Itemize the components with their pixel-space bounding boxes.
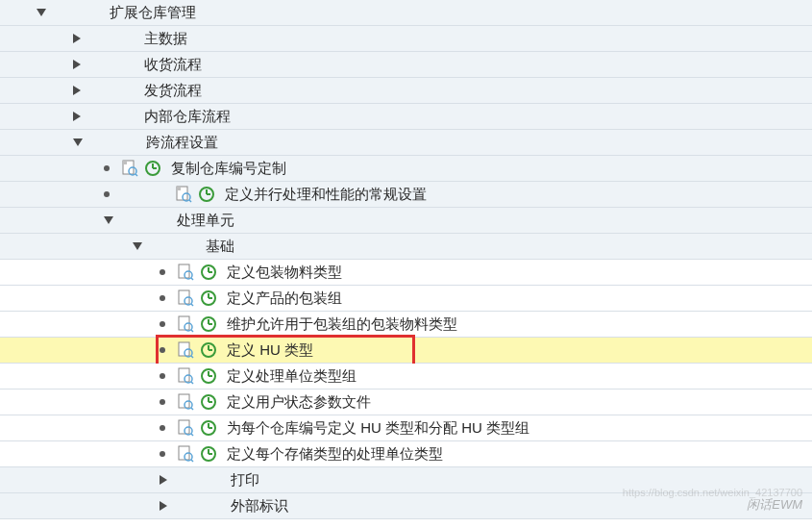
bullet-icon [160, 451, 165, 457]
document-icon[interactable] [177, 289, 194, 307]
expand-icon[interactable] [73, 138, 83, 146]
svg-line-2 [135, 174, 137, 176]
expand-icon[interactable] [133, 242, 142, 250]
tree-node-cross-process[interactable]: 跨流程设置 [0, 130, 812, 156]
activity-icon[interactable] [200, 289, 217, 307]
bullet-icon [160, 269, 165, 275]
tree-node-root[interactable]: 扩展仓库管理 [0, 0, 812, 26]
document-icon[interactable] [177, 264, 194, 281]
tree-node-print[interactable]: 打印 [0, 467, 812, 493]
node-label: 定义并行处理和性能的常规设置 [225, 186, 427, 204]
tree-leaf-def-user-status[interactable]: 定义用户状态参数文件 [0, 390, 812, 415]
node-label: 扩展仓库管理 [110, 4, 196, 22]
tree-node-basic[interactable]: 基础 [0, 234, 812, 260]
bullet-icon [104, 191, 110, 197]
document-icon[interactable] [175, 186, 192, 203]
tree-node-inbound[interactable]: 收货流程 [0, 52, 812, 78]
document-icon[interactable] [177, 419, 194, 437]
document-icon[interactable] [177, 393, 194, 411]
svg-line-56 [191, 460, 193, 462]
bullet-icon [160, 347, 165, 353]
activity-icon[interactable] [198, 186, 215, 203]
svg-line-50 [191, 434, 193, 436]
tree-leaf-def-hu-type-grp[interactable]: 定义处理单位类型组 [0, 364, 812, 390]
collapse-icon[interactable] [73, 34, 81, 43]
activity-icon[interactable] [200, 367, 217, 385]
node-label: 跨流程设置 [146, 134, 218, 152]
bullet-icon [160, 425, 165, 431]
node-label: 主数据 [144, 30, 187, 48]
document-icon[interactable] [177, 367, 194, 385]
svg-line-14 [191, 278, 193, 280]
collapse-icon[interactable] [160, 475, 167, 485]
document-icon[interactable] [177, 315, 194, 333]
document-icon[interactable] [121, 160, 138, 177]
collapse-icon[interactable] [160, 501, 167, 511]
node-label: 定义产品的包装组 [227, 289, 342, 308]
tree-container: 扩展仓库管理 主数据 收货流程 发货流程 内部仓库流程 跨流程设置 [0, 0, 812, 519]
svg-line-26 [191, 330, 193, 332]
node-label: 复制仓库编号定制 [171, 160, 286, 178]
node-label: 收货流程 [144, 56, 202, 74]
node-label: 为每个仓库编号定义 HU 类型和分配 HU 类型组 [227, 419, 529, 438]
tree-node-internal[interactable]: 内部仓库流程 [0, 104, 812, 130]
tree-leaf-per-wh-assign[interactable]: 为每个仓库编号定义 HU 类型和分配 HU 类型组 [0, 415, 812, 441]
node-label: 外部标识 [231, 497, 288, 515]
activity-icon[interactable] [144, 160, 161, 177]
collapse-icon[interactable] [73, 112, 81, 121]
activity-icon[interactable] [200, 393, 217, 411]
bullet-icon [104, 165, 110, 171]
tree-leaf-def-hu-type[interactable]: 定义 HU 类型 [0, 338, 812, 364]
node-label: 定义用户状态参数文件 [227, 393, 371, 412]
node-label: 定义处理单位类型组 [227, 367, 357, 386]
document-icon[interactable] [177, 341, 194, 359]
activity-icon[interactable] [200, 264, 217, 281]
collapse-icon[interactable] [73, 60, 81, 69]
tree-leaf-def-parallel[interactable]: 定义并行处理和性能的常规设置 [0, 182, 812, 208]
node-label: 内部仓库流程 [144, 108, 231, 126]
document-icon[interactable] [177, 445, 194, 463]
collapse-icon[interactable] [73, 86, 81, 95]
expand-icon[interactable] [104, 216, 113, 224]
node-label: 打印 [231, 471, 259, 490]
activity-icon[interactable] [200, 341, 217, 359]
tree-leaf-copy-wh[interactable]: 复制仓库编号定制 [0, 156, 812, 182]
tree-node-ext-id[interactable]: 外部标识 [0, 493, 812, 519]
svg-line-44 [191, 408, 193, 410]
activity-icon[interactable] [200, 315, 217, 333]
tree-leaf-def-storage-hu[interactable]: 定义每个存储类型的处理单位类型 [0, 441, 812, 467]
node-label: 发货流程 [144, 82, 202, 100]
tree-leaf-def-prod-pack-grp[interactable]: 定义产品的包装组 [0, 286, 812, 312]
bullet-icon [160, 373, 165, 379]
tree-leaf-def-pack-mat-type[interactable]: 定义包装物料类型 [0, 260, 812, 286]
node-label: 定义每个存储类型的处理单位类型 [227, 445, 443, 464]
tree-node-outbound[interactable]: 发货流程 [0, 78, 812, 104]
node-label: 定义包装物料类型 [227, 264, 342, 282]
tree-node-master-data[interactable]: 主数据 [0, 26, 812, 52]
node-label: 处理单元 [177, 212, 234, 230]
tree-node-handling-unit[interactable]: 处理单元 [0, 208, 812, 234]
svg-line-20 [191, 304, 193, 306]
activity-icon[interactable] [200, 445, 217, 463]
svg-line-38 [191, 382, 193, 384]
node-label: 维护允许用于包装组的包装物料类型 [227, 315, 457, 334]
bullet-icon [160, 399, 165, 405]
expand-icon[interactable] [37, 9, 46, 16]
svg-line-8 [189, 200, 191, 202]
node-label: 基础 [206, 238, 234, 256]
node-label: 定义 HU 类型 [227, 341, 313, 360]
tree-leaf-maint-allow[interactable]: 维护允许用于包装组的包装物料类型 [0, 312, 812, 338]
navigation-tree: 扩展仓库管理 主数据 收货流程 发货流程 内部仓库流程 跨流程设置 [0, 0, 812, 519]
activity-icon[interactable] [200, 419, 217, 437]
svg-line-32 [191, 356, 193, 358]
bullet-icon [160, 295, 165, 301]
bullet-icon [160, 321, 165, 327]
